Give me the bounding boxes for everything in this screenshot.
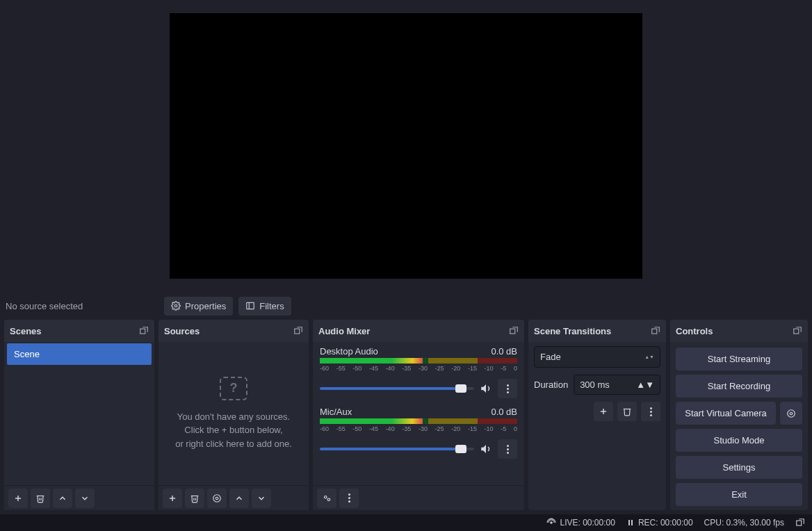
channel-db: 0.0 dB [491, 346, 517, 357]
sources-empty-line: Click the + button below, [184, 423, 282, 437]
status-rec: REC: 00:00:00 [626, 518, 693, 528]
channel-name: Desktop Audio [320, 346, 378, 357]
volume-slider[interactable] [320, 444, 474, 454]
svg-rect-11 [510, 329, 515, 334]
volume-slider[interactable] [320, 384, 474, 393]
svg-rect-21 [628, 520, 630, 525]
transitions-header[interactable]: Scene Transitions [528, 320, 666, 342]
speaker-icon[interactable] [480, 382, 492, 395]
filters-button[interactable]: Filters [238, 297, 291, 316]
popout-icon[interactable] [793, 326, 802, 336]
sources-footer [159, 485, 309, 510]
scenes-dock: Scenes Scene [4, 320, 154, 510]
duration-spinner[interactable]: 300 ms ▲▼ [574, 375, 660, 395]
svg-rect-6 [295, 329, 300, 334]
remove-scene-button[interactable] [31, 489, 50, 508]
popout-icon[interactable] [651, 326, 660, 336]
pause-icon [626, 518, 635, 527]
scene-down-button[interactable] [75, 489, 95, 508]
status-live: LIVE: 00:00:00 [546, 518, 615, 528]
start-virtual-camera-button[interactable]: Start Virtual Camera [676, 402, 776, 425]
start-recording-button[interactable]: Start Recording [676, 375, 802, 398]
duration-label: Duration [534, 379, 568, 390]
help-icon: ? [220, 377, 247, 400]
source-up-button[interactable] [229, 489, 249, 508]
transition-select[interactable]: Fade ▲▼ [534, 346, 660, 368]
svg-point-13 [327, 498, 330, 501]
duration-value: 300 ms [580, 379, 610, 390]
mixer-channel: Mic/Aux 0.0 dB -60-55-50-45-40-35-30-25-… [320, 407, 517, 459]
channel-menu-button[interactable] [498, 439, 517, 459]
popout-icon[interactable] [795, 518, 805, 528]
filters-icon [245, 301, 255, 311]
filters-label: Filters [259, 301, 284, 311]
controls-header[interactable]: Controls [670, 320, 808, 342]
preview-canvas[interactable] [170, 13, 642, 279]
settings-button[interactable]: Settings [676, 456, 802, 479]
scenes-header[interactable]: Scenes [4, 320, 154, 342]
add-transition-button[interactable] [594, 402, 613, 421]
no-source-label: No source selected [6, 301, 159, 311]
svg-point-12 [325, 496, 327, 498]
source-down-button[interactable] [252, 489, 271, 508]
properties-button[interactable]: Properties [164, 297, 233, 316]
mixer-header[interactable]: Audio Mixer [313, 320, 524, 342]
status-cpu: CPU: 0.3%, 30.00 fps [704, 518, 784, 528]
sources-empty-line: You don't have any sources. [177, 410, 290, 424]
meter-ticks: -60-55-50-45-40-35-30-25-20-15-10-50 [320, 365, 517, 372]
sources-header[interactable]: Sources [159, 320, 309, 342]
updown-icon: ▲▼ [636, 379, 654, 390]
svg-rect-14 [652, 329, 657, 334]
add-scene-button[interactable] [8, 489, 28, 508]
scene-up-button[interactable] [53, 489, 72, 508]
start-streaming-button[interactable]: Start Streaming [676, 348, 802, 370]
transition-menu-button[interactable] [641, 402, 660, 421]
sources-title: Sources [164, 326, 200, 336]
svg-point-20 [551, 522, 552, 523]
properties-label: Properties [185, 301, 226, 311]
source-toolbar: No source selected Properties Filters [0, 292, 812, 320]
remove-source-button[interactable] [185, 489, 204, 508]
statusbar: LIVE: 00:00:00 REC: 00:00:00 CPU: 0.3%, … [0, 514, 812, 531]
popout-icon[interactable] [293, 326, 303, 336]
studio-mode-button[interactable]: Studio Mode [676, 429, 802, 452]
svg-rect-17 [794, 329, 799, 334]
sources-list[interactable]: ? You don't have any sources. Click the … [159, 342, 309, 485]
svg-rect-1 [247, 302, 254, 309]
svg-point-9 [216, 497, 218, 500]
mixer-menu-button[interactable] [339, 489, 359, 508]
speaker-icon[interactable] [480, 443, 492, 455]
mixer-footer [313, 485, 524, 510]
svg-point-10 [213, 494, 221, 502]
preview-area [0, 0, 812, 292]
scenes-list[interactable]: Scene [4, 342, 154, 485]
scene-item[interactable]: Scene [7, 343, 152, 365]
svg-rect-3 [140, 329, 145, 334]
exit-button[interactable]: Exit [676, 483, 802, 506]
audio-mixer-dock: Audio Mixer Desktop Audio 0.0 dB -60-55-… [313, 320, 524, 510]
meter-ticks: -60-55-50-45-40-35-30-25-20-15-10-50 [320, 425, 517, 432]
remove-transition-button[interactable] [617, 402, 637, 421]
source-properties-button[interactable] [207, 489, 227, 508]
controls-dock: Controls Start Streaming Start Recording… [670, 320, 808, 510]
transitions-dock: Scene Transitions Fade ▲▼ Duration 300 m… [528, 320, 666, 510]
mixer-body: Desktop Audio 0.0 dB -60-55-50-45-40-35-… [313, 342, 524, 485]
svg-point-0 [174, 304, 177, 307]
sources-dock: Sources ? You don't have any sources. Cl… [159, 320, 309, 510]
svg-point-18 [790, 412, 793, 415]
popout-icon[interactable] [139, 326, 149, 336]
svg-rect-22 [631, 520, 633, 525]
channel-menu-button[interactable] [498, 379, 517, 398]
channel-db: 0.0 dB [491, 407, 517, 417]
popout-icon[interactable] [509, 326, 519, 336]
transition-selected: Fade [540, 352, 561, 362]
scenes-title: Scenes [10, 326, 42, 336]
transitions-title: Scene Transitions [534, 326, 611, 336]
transitions-body: Fade ▲▼ Duration 300 ms ▲▼ [528, 342, 666, 510]
add-source-button[interactable] [163, 489, 182, 508]
mixer-advanced-button[interactable] [317, 489, 336, 508]
controls-body: Start Streaming Start Recording Start Vi… [670, 342, 808, 510]
broadcast-icon [546, 518, 556, 528]
vcam-settings-button[interactable] [780, 402, 802, 425]
gear-icon [171, 301, 181, 311]
